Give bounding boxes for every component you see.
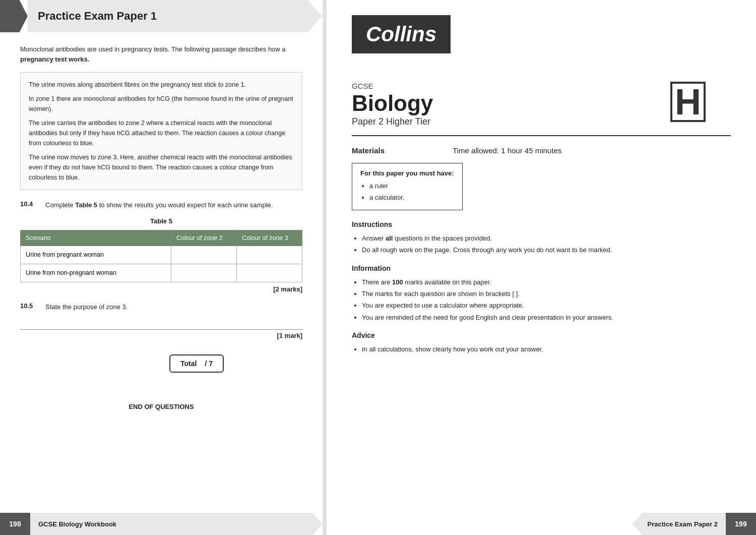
right-page-number: 199: [726, 513, 756, 535]
instruction-1: Answer all questions in the spaces provi…: [362, 232, 731, 244]
must-have-title: For this paper you must have:: [360, 169, 454, 177]
col-header-zone3: Colour of zone 3: [237, 230, 302, 246]
table-row-2: Urine from non-pregnant woman: [21, 264, 302, 282]
zone2-row1[interactable]: [171, 246, 237, 264]
title-divider: [352, 135, 731, 136]
intro-paragraph: Monoclonal antibodies are used in pregna…: [20, 44, 302, 64]
info-item-3: You are expected to use a calculator whe…: [362, 300, 731, 311]
left-footer-label: GCSE Biology Workbook: [30, 513, 323, 535]
left-footer: 198 GCSE Biology Workbook: [0, 513, 323, 535]
scenario-1: Urine from pregnant woman: [21, 246, 171, 264]
answer-line-10-5[interactable]: [20, 316, 302, 330]
materials-label: Materials: [352, 146, 453, 155]
zone2-row2[interactable]: [171, 264, 237, 282]
zone3-row2[interactable]: [237, 264, 302, 282]
question-10-4: 10.4 Complete Table 5 to show the result…: [20, 200, 302, 210]
right-footer-label: Practice Exam Paper 2: [633, 513, 726, 535]
chevron-dark-shape: [0, 0, 28, 32]
chevron-light-shape: Practice Exam Paper 1: [28, 0, 323, 32]
advice-list: In all calculations, show clearly how yo…: [352, 343, 731, 355]
right-content: GCSE Biology Paper 2 Higher Tier H Mater…: [327, 82, 756, 355]
left-page-number: 198: [0, 513, 30, 535]
info-para-3: The urine carries the antibodies to zone…: [29, 118, 294, 148]
advice-heading: Advice: [352, 331, 731, 339]
info-para-4: The urine now moves to zone 3. Here, ano…: [29, 152, 294, 183]
col-header-scenario: Scenario: [21, 230, 171, 246]
must-have-box: For this paper you must have: a ruler a …: [352, 163, 463, 210]
data-table: Scenario Colour of zone 2 Colour of zone…: [20, 230, 302, 282]
zone3-row1[interactable]: [237, 246, 302, 264]
info-item-4: You are reminded of the need for good En…: [362, 312, 731, 323]
end-of-questions: END OF QUESTIONS: [20, 403, 302, 410]
advice-item-1: In all calculations, show clearly how yo…: [362, 343, 731, 355]
right-footer: Practice Exam Paper 2 199: [327, 513, 756, 535]
marks-10-5: [1 mark]: [20, 332, 302, 339]
info-para-1: The urine moves along absorbent fibres o…: [29, 80, 294, 90]
marks-10-4: [2 marks]: [20, 285, 302, 293]
must-have-item-1: a ruler: [369, 180, 454, 192]
total-label: Total: [180, 360, 197, 368]
info-box: The urine moves along absorbent fibres o…: [20, 72, 302, 190]
time-allowed: Time allowed: 1 hour 45 minutes: [453, 146, 561, 155]
left-content: Monoclonal antibodies are used in pregna…: [0, 44, 323, 410]
left-header: Practice Exam Paper 1: [0, 0, 323, 32]
info-item-2: The marks for each question are shown in…: [362, 288, 731, 300]
right-page: Collins GCSE Biology Paper 2 Higher Tier…: [327, 0, 756, 535]
information-list: There are 100 marks available on this pa…: [352, 276, 731, 324]
must-have-list: a ruler a calculator.: [360, 180, 454, 204]
info-para-2: In zone 1 there are monoclonal antibodie…: [29, 94, 294, 114]
scenario-2: Urine from non-pregnant woman: [21, 264, 171, 282]
collins-logo: Collins: [352, 15, 451, 53]
materials-row: Materials Time allowed: 1 hour 45 minute…: [352, 146, 731, 155]
total-value: / 7: [205, 360, 213, 368]
instructions-heading: Instructions: [352, 220, 731, 228]
instructions-list: Answer all questions in the spaces provi…: [352, 232, 731, 256]
instruction-2: Do all rough work on the page. Cross thr…: [362, 244, 731, 256]
question-10-5: 10.5 State the purpose of zone 3.: [20, 302, 302, 312]
title-section: GCSE Biology Paper 2 Higher Tier H: [352, 82, 731, 127]
must-have-item-2: a calculator.: [369, 192, 454, 203]
table-row-1: Urine from pregnant woman: [21, 246, 302, 264]
grade-box: H: [670, 82, 706, 122]
col-header-zone2: Colour of zone 2: [171, 230, 237, 246]
left-page-title: Practice Exam Paper 1: [38, 10, 157, 23]
right-header: Collins: [327, 0, 756, 74]
total-box: Total / 7: [169, 354, 224, 373]
info-item-1: There are 100 marks available on this pa…: [362, 276, 731, 288]
left-page: Practice Exam Paper 1 Monoclonal antibod…: [0, 0, 323, 535]
information-heading: Information: [352, 264, 731, 272]
table-title: Table 5: [20, 217, 302, 225]
